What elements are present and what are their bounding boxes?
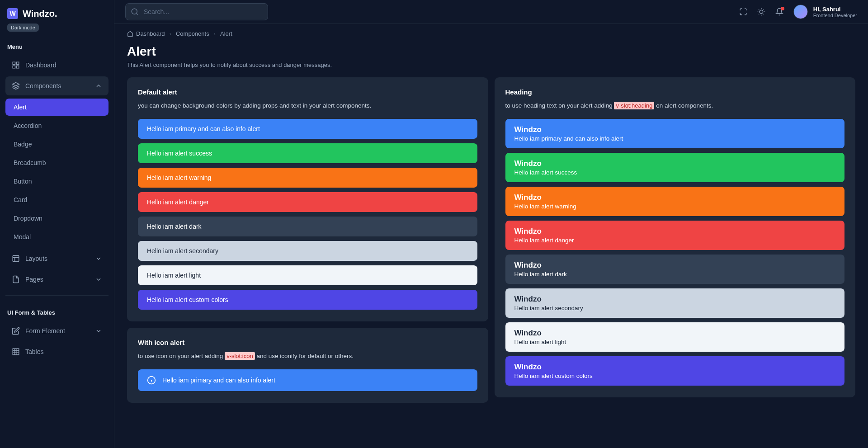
alert-heading: Windzo <box>514 329 836 338</box>
main: Hi, Sahrul Frontend Developer Dashboard … <box>114 0 868 448</box>
breadcrumb-item-components[interactable]: Components <box>176 30 209 37</box>
sidebar-subitem-badge[interactable]: Badge <box>5 136 108 153</box>
brand[interactable]: W Windzo. <box>5 8 108 19</box>
sidebar-subitem-accordion[interactable]: Accordion <box>5 117 108 134</box>
svg-line-14 <box>136 13 137 14</box>
card-default-alert: Default alert you can change background … <box>127 77 488 321</box>
theme-toggle-button[interactable] <box>757 8 765 16</box>
alert-heading: Windzo <box>514 295 836 304</box>
dark-mode-badge[interactable]: Dark mode <box>7 24 39 32</box>
search-input[interactable] <box>125 3 268 20</box>
card-heading-alert: Heading to use heading text on your aler… <box>495 77 856 397</box>
svg-point-15 <box>760 10 763 14</box>
alert-body: Hello iam alert success <box>514 169 836 176</box>
alert-primary-heading: Windzo Hello iam primary and can also in… <box>505 119 845 148</box>
alert-heading: Windzo <box>514 363 836 372</box>
sidebar-subitem-card[interactable]: Card <box>5 191 108 208</box>
code-chip: v-slot:icon <box>225 352 255 360</box>
card-description: you can change background colors by addi… <box>138 102 477 109</box>
chevron-right-icon: › <box>170 30 171 37</box>
user-greeting: Hi, Sahrul <box>813 6 857 13</box>
form-icon <box>12 327 20 335</box>
sidebar-item-label: Dashboard <box>25 61 57 69</box>
sidebar-item-form-element[interactable]: Form Element <box>5 321 108 340</box>
sidebar-item-pages[interactable]: Pages <box>5 270 108 289</box>
svg-rect-3 <box>17 66 19 68</box>
alert-light: Hello iam alert light <box>138 265 477 285</box>
alert-warning-heading: Windzo Hello iam alert warning <box>505 187 845 216</box>
user-menu[interactable]: Hi, Sahrul Frontend Developer <box>793 5 857 19</box>
search-icon <box>131 8 139 16</box>
sidebar-subitem-dropdown[interactable]: Dropdown <box>5 210 108 227</box>
alert-body: Hello iam alert custom colors <box>514 373 836 379</box>
card-description: to use heading text on your alert adding… <box>505 102 845 109</box>
card-title: Default alert <box>138 88 477 96</box>
search-wrap <box>125 3 268 20</box>
alert-body: Hello iam primary and can also info aler… <box>514 135 836 142</box>
alert-body: Hello iam alert light <box>514 339 836 345</box>
alert-success: Hello iam alert success <box>138 143 477 163</box>
page-subtitle: This Alert component helps you to notify… <box>127 61 855 68</box>
brand-name: Windzo. <box>23 9 57 19</box>
sidebar: W Windzo. Dark mode Menu Dashboard Compo… <box>0 0 114 448</box>
card-icon-alert: With icon alert to use icon on your aler… <box>127 328 488 403</box>
notification-dot <box>781 7 784 10</box>
alert-body: Hello iam alert danger <box>514 237 836 244</box>
alert-danger-heading: Windzo Hello iam alert danger <box>505 221 845 250</box>
layouts-icon <box>12 255 20 263</box>
alert-primary: Hello iam primary and can also info aler… <box>138 119 477 139</box>
alert-heading: Windzo <box>514 193 836 202</box>
alert-primary-with-icon: Hello iam primary and can also info aler… <box>138 369 477 391</box>
svg-line-23 <box>764 9 764 9</box>
dashboard-icon <box>12 61 20 69</box>
card-description: to use icon on your alert adding v-slot:… <box>138 353 477 359</box>
pages-icon <box>12 275 20 283</box>
chevron-up-icon <box>95 82 102 90</box>
sidebar-subitem-button[interactable]: Button <box>5 173 108 190</box>
code-chip: v-slot:heading <box>614 102 654 109</box>
alert-custom: Hello iam alert custom colors <box>138 290 477 310</box>
alert-heading: Windzo <box>514 125 836 134</box>
notifications-button[interactable] <box>775 8 783 16</box>
alert-secondary-heading: Windzo Hello iam alert secondary <box>505 288 845 318</box>
home-icon <box>127 31 133 37</box>
svg-point-13 <box>132 9 137 14</box>
svg-rect-1 <box>17 62 19 64</box>
topbar: Hi, Sahrul Frontend Developer <box>114 0 868 24</box>
alert-heading: Windzo <box>514 227 836 236</box>
sidebar-divider <box>5 295 108 296</box>
alert-body: Hello iam alert secondary <box>514 305 836 311</box>
breadcrumb-item-dashboard[interactable]: Dashboard <box>127 30 165 37</box>
chevron-down-icon <box>95 327 102 335</box>
sidebar-subitem-modal[interactable]: Modal <box>5 228 108 245</box>
alert-success-heading: Windzo Hello iam alert success <box>505 153 845 182</box>
alert-dark: Hello iam alert dark <box>138 217 477 236</box>
sidebar-item-dashboard[interactable]: Dashboard <box>5 56 108 75</box>
sidebar-item-label: Pages <box>25 276 43 283</box>
alert-light-heading: Windzo Hello iam alert light <box>505 322 845 352</box>
page-header: Alert This Alert component helps you to … <box>114 37 868 77</box>
breadcrumb-item-current: Alert <box>220 30 232 37</box>
page-title: Alert <box>127 44 855 59</box>
sidebar-item-components[interactable]: Components <box>5 76 108 95</box>
sidebar-item-label: Tables <box>25 348 43 355</box>
sidebar-item-layouts[interactable]: Layouts <box>5 249 108 268</box>
alert-heading: Windzo <box>514 261 836 270</box>
sidebar-item-label: Layouts <box>25 255 47 262</box>
sidebar-item-tables[interactable]: Tables <box>5 342 108 361</box>
alert-body: Hello iam alert dark <box>514 271 836 278</box>
sidebar-item-label: Form Element <box>25 327 65 335</box>
sidebar-subitem-breadcumb[interactable]: Breadcumb <box>5 154 108 171</box>
alert-danger: Hello iam alert danger <box>138 192 477 212</box>
sidebar-section-ui-form-tables: UI Form & Tables <box>5 302 108 320</box>
fullscreen-button[interactable] <box>739 8 747 16</box>
tables-icon <box>12 348 20 356</box>
components-icon <box>12 82 20 90</box>
alert-warning: Hello iam alert warning <box>138 168 477 188</box>
avatar <box>793 5 808 19</box>
sidebar-subitem-alert[interactable]: Alert <box>5 99 108 116</box>
breadcrumb: Dashboard › Components › Alert <box>114 24 868 37</box>
components-submenu: Alert Accordion Badge Breadcumb Button C… <box>5 95 108 247</box>
chevron-down-icon <box>95 255 102 262</box>
card-title: Heading <box>505 88 845 96</box>
